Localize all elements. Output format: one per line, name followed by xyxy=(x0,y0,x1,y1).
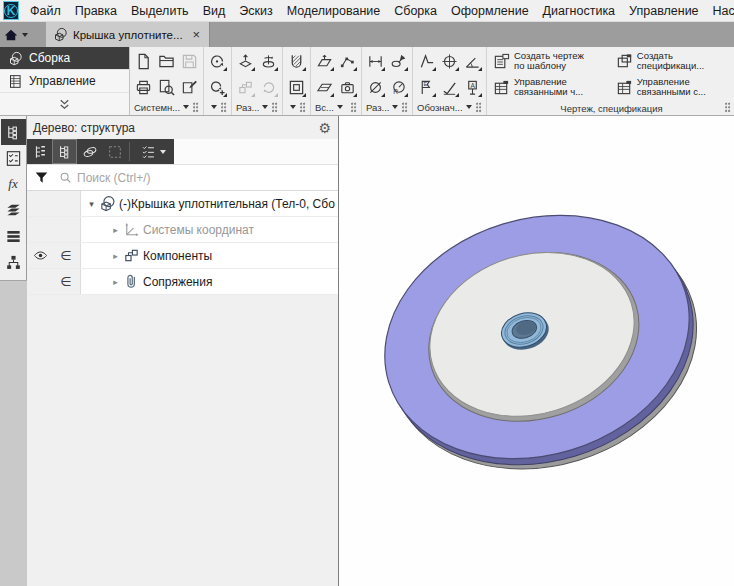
manage-linked-drawings-button[interactable]: Управлениесвязанными ч... xyxy=(491,74,614,100)
menu-settings[interactable]: Настройка xyxy=(706,0,734,21)
point-path-button[interactable] xyxy=(336,48,359,74)
home-dropdown-icon[interactable] xyxy=(22,33,28,37)
position-mark-button[interactable] xyxy=(461,74,484,100)
filter-button[interactable] xyxy=(27,165,55,190)
menu-select[interactable]: Выделить xyxy=(124,0,196,21)
mode-assembly[interactable]: Сборка xyxy=(0,47,129,70)
group-grip-icon[interactable] xyxy=(300,102,306,113)
datum-target-button[interactable] xyxy=(438,48,461,74)
open-document-button[interactable] xyxy=(155,48,178,74)
menu-assembly[interactable]: Сборка xyxy=(387,0,444,21)
component-stack-button[interactable] xyxy=(77,139,102,164)
rail-layers-button[interactable] xyxy=(1,197,26,223)
save-as-button[interactable] xyxy=(178,74,201,100)
tree-panel: Дерево: структура ⚙ xyxy=(27,116,339,586)
display-options-button[interactable] xyxy=(132,139,174,164)
group-grip-icon[interactable] xyxy=(402,102,408,113)
menu-file[interactable]: Файл xyxy=(23,0,68,21)
print-preview-button[interactable] xyxy=(155,74,178,100)
roughness-button[interactable] xyxy=(415,48,438,74)
extrude-button[interactable] xyxy=(234,48,257,74)
group-label-rebuild[interactable] xyxy=(206,100,229,114)
home-button[interactable] xyxy=(0,22,30,47)
menu-edit[interactable]: Правка xyxy=(68,0,124,21)
group-label-dimensions[interactable]: Раз... xyxy=(364,100,410,114)
expander-open-icon[interactable]: ▾ xyxy=(85,199,98,209)
hole-button[interactable] xyxy=(285,48,308,74)
group-label-system[interactable]: Системн... xyxy=(132,100,201,114)
search-input[interactable] xyxy=(77,171,338,185)
eye-icon[interactable] xyxy=(33,248,48,263)
menu-diagnostics[interactable]: Диагностика xyxy=(536,0,622,21)
datum-flag-button[interactable] xyxy=(415,74,438,100)
group-label-placement[interactable]: Раз... xyxy=(234,100,280,114)
3d-viewport[interactable] xyxy=(339,116,734,586)
group-grip-icon[interactable] xyxy=(272,102,278,113)
rebuild-add-button[interactable] xyxy=(206,74,229,100)
group-label-features[interactable] xyxy=(285,100,308,114)
leader-button[interactable] xyxy=(387,48,410,74)
tree-item-label: Компоненты xyxy=(143,249,212,263)
tree-row-coordinate-systems[interactable]: ▸ Системы координат xyxy=(27,217,338,243)
rail-hierarchy-button[interactable] xyxy=(1,249,26,275)
group-dropdown-icon[interactable] xyxy=(262,105,268,109)
group-dropdown-icon[interactable] xyxy=(337,105,343,109)
menu-annotation[interactable]: Оформление xyxy=(444,0,536,21)
create-drawing-button[interactable]: Создать чертежпо шаблону xyxy=(491,48,614,74)
mode-management[interactable]: Управление xyxy=(0,70,129,93)
tolerance-check-button[interactable] xyxy=(438,74,461,100)
group-dropdown-icon[interactable] xyxy=(290,105,296,109)
gear-icon[interactable]: ⚙ xyxy=(318,121,331,135)
numbered-tree-button[interactable] xyxy=(27,139,52,164)
revolve-button[interactable] xyxy=(257,48,280,74)
create-specification-button[interactable]: Создатьспецификаци... xyxy=(614,48,732,74)
group-label-designations[interactable]: Обознач... xyxy=(415,100,484,114)
print-button[interactable] xyxy=(132,74,155,100)
tree-row-components[interactable]: ∈ ▸ Компоненты xyxy=(27,243,338,269)
app-logo-icon[interactable]: K xyxy=(3,1,19,20)
menu-management[interactable]: Управление xyxy=(622,0,706,21)
open-folder-icon xyxy=(158,53,175,70)
structure-tree-button[interactable] xyxy=(52,139,77,164)
expander-closed-icon[interactable]: ▸ xyxy=(109,251,122,261)
expander-closed-icon[interactable]: ▸ xyxy=(109,225,122,235)
tree-row-mates[interactable]: ∈ ▸ Сопряжения xyxy=(27,269,338,295)
menu-view[interactable]: Вид xyxy=(196,0,233,21)
tab-strip: Крышка уплотните... × xyxy=(0,22,734,47)
manage-linked-specs-button[interactable]: Управлениесвязанными с... xyxy=(614,74,732,100)
rebuild-button[interactable] xyxy=(206,48,229,74)
group-grip-icon[interactable] xyxy=(193,102,199,113)
surface-button[interactable] xyxy=(313,74,336,100)
new-document-button[interactable] xyxy=(132,48,155,74)
frame-button[interactable] xyxy=(285,74,308,100)
menu-modeling[interactable]: Моделирование xyxy=(280,0,388,21)
funnel-icon xyxy=(34,170,49,185)
dimension-button[interactable] xyxy=(364,48,387,74)
rail-variables-button[interactable]: fx xyxy=(1,171,26,197)
rail-parameters-button[interactable] xyxy=(1,145,26,171)
tree-row-root[interactable]: ▾ (-)Крышка уплотнительная (Тел-0, Сбо xyxy=(27,191,338,217)
rail-tree-structure-button[interactable] xyxy=(1,119,26,145)
camera-view-button[interactable] xyxy=(336,74,359,100)
group-dropdown-icon[interactable] xyxy=(183,105,189,109)
menu-sketch[interactable]: Эскиз xyxy=(232,0,279,21)
tab-close-icon[interactable]: × xyxy=(190,28,202,41)
group-dropdown-icon[interactable] xyxy=(211,105,217,109)
group-grip-icon[interactable] xyxy=(221,102,227,113)
angle-mark-button[interactable] xyxy=(461,48,484,74)
radius-dimension-button[interactable] xyxy=(387,74,410,100)
home-icon xyxy=(3,27,19,43)
group-label-auxiliary[interactable]: Вс... xyxy=(313,100,359,114)
group-grip-icon[interactable] xyxy=(351,102,357,113)
group-grip-icon[interactable] xyxy=(476,102,482,113)
expander-closed-icon[interactable]: ▸ xyxy=(109,277,122,287)
group-grip-icon[interactable] xyxy=(725,102,731,113)
group-label-drawing-spec[interactable]: Чертеж, спецификация xyxy=(491,101,732,115)
diameter-dimension-button[interactable] xyxy=(364,74,387,100)
tab-document[interactable]: Крышка уплотните... × xyxy=(46,22,210,47)
group-dropdown-icon[interactable] xyxy=(392,105,398,109)
collapse-toolbar-button[interactable] xyxy=(0,93,129,115)
rail-list-button[interactable] xyxy=(1,223,26,249)
construction-plane-button[interactable] xyxy=(313,48,336,74)
group-dropdown-icon[interactable] xyxy=(466,105,472,109)
